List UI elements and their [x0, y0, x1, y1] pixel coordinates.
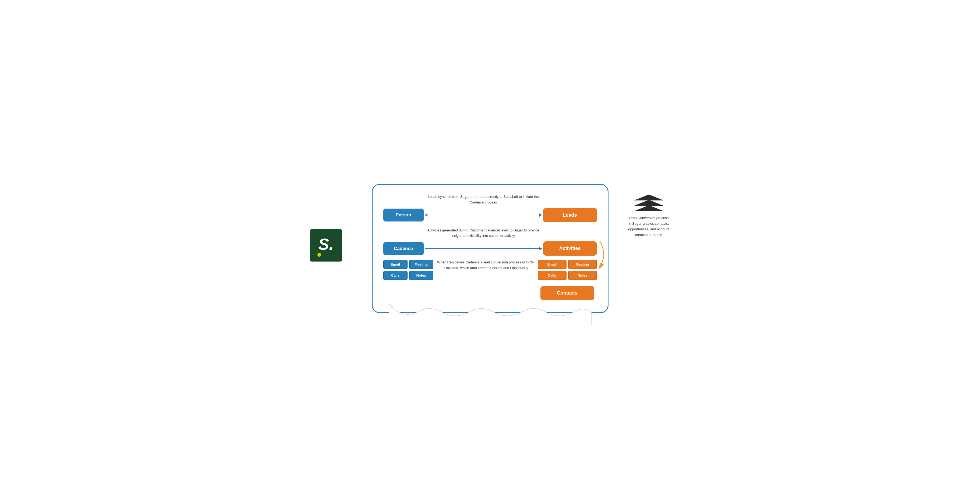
cadence-button[interactable]: Cadence: [383, 242, 424, 255]
left-meeting-button[interactable]: Meeting: [409, 260, 433, 269]
right-notes-button[interactable]: Notes: [568, 271, 597, 280]
contacts-button[interactable]: Contacts: [541, 286, 594, 300]
left-email-button[interactable]: Email: [383, 260, 407, 269]
desc1-text: Leads synched from Sugar or entered dire…: [426, 194, 541, 205]
left-notes-button[interactable]: Notes: [409, 271, 433, 280]
salesloft-stack-icon: Lead Conversion process in Sugar creates…: [627, 195, 670, 238]
cloud-bumps: [389, 304, 592, 326]
curved-arrow: [589, 238, 610, 270]
leads-button[interactable]: Leads: [543, 208, 597, 222]
sub-buttons-row: Email Meeting Calls Notes When Rep close…: [383, 260, 597, 300]
row1-desc: Leads synched from Sugar or entered dire…: [383, 194, 597, 205]
main-diagram: Leads synched from Sugar or entered dire…: [372, 184, 608, 313]
right-calls-button[interactable]: Calls: [538, 271, 566, 280]
cadence-activities-row: Cadence Activities: [383, 241, 597, 256]
stack-description: Lead Conversion process in Sugar creates…: [627, 216, 670, 238]
stack-layer-top: [634, 195, 663, 200]
sugar-logo: S.: [310, 229, 342, 262]
person-button[interactable]: Person: [383, 209, 424, 221]
stack-layer-mid: [634, 200, 663, 206]
desc3-text: When Rep closes Cadence a lead conversio…: [436, 260, 535, 271]
sugar-letter: S.: [318, 236, 334, 252]
right-sub-and-contacts: Email Meeting Calls Notes: [538, 260, 597, 300]
left-calls-button[interactable]: Calls: [383, 271, 407, 280]
desc2-text: Activities generated during Customer cad…: [426, 228, 541, 239]
right-email-button[interactable]: Email: [538, 260, 566, 269]
row2-desc: Activities generated during Customer cad…: [383, 228, 597, 239]
diagram-border-box: Leads synched from Sugar or entered dire…: [372, 184, 608, 313]
person-leads-row: Person Leads: [383, 208, 597, 222]
sugar-dot: [317, 253, 321, 257]
left-sub-buttons: Email Meeting Calls Notes: [383, 260, 433, 280]
stack-layer-bot: [634, 205, 663, 211]
